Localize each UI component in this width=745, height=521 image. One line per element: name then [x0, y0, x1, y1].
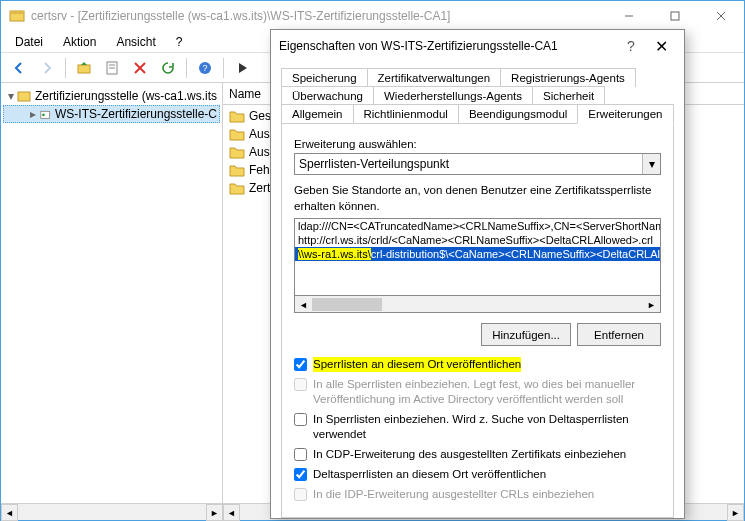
ext-description: Geben Sie Standorte an, von denen Benutz… [294, 183, 661, 214]
checkbox-label: Deltasperrlisten an diesem Ort veröffent… [313, 467, 546, 482]
dialog-close-button[interactable]: ✕ [646, 37, 676, 56]
remove-button[interactable]: Entfernen [577, 323, 661, 346]
maximize-button[interactable] [652, 1, 698, 31]
properties-button[interactable] [100, 56, 124, 80]
tree-child-label: WS-ITS-Zertifizierungsstelle-C [55, 107, 217, 121]
listbox-line[interactable]: ldap:///CN=<CATruncatedName><CRLNameSuff… [295, 219, 660, 233]
folder-icon [229, 181, 245, 195]
tree-pane: ▾ Zertifizierungsstelle (ws-ca1.ws.its ▸… [1, 83, 223, 503]
svg-rect-1 [10, 11, 24, 14]
dialog-title: Eigenschaften von WS-ITS-Zertifizierungs… [279, 39, 616, 53]
checkbox-row-1: In alle Sperrlisten einbeziehen. Legt fe… [294, 377, 661, 407]
tree-expander-icon[interactable]: ▾ [5, 89, 17, 103]
tab-beendigungsmodul[interactable]: Beendigungsmodul [458, 104, 578, 123]
tab-registrierungs-agents[interactable]: Registrierungs-Agents [500, 68, 636, 87]
dialog-help-button[interactable]: ? [616, 38, 646, 54]
svg-rect-14 [18, 92, 30, 101]
refresh-button[interactable] [156, 56, 180, 80]
tree-hscroll[interactable]: ◄ ► [1, 503, 223, 520]
back-button[interactable] [7, 56, 31, 80]
checkbox-label: In alle Sperrlisten einbeziehen. Legt fe… [313, 377, 661, 407]
tree-root[interactable]: ▾ Zertifizierungsstelle (ws-ca1.ws.its [3, 87, 220, 105]
tab-sicherheit[interactable]: Sicherheit [532, 86, 605, 105]
help-button[interactable]: ? [193, 56, 217, 80]
scroll-right-icon[interactable]: ► [727, 504, 744, 521]
crl-locations-listbox[interactable]: ldap:///CN=<CATruncatedName><CRLNameSuff… [294, 218, 661, 296]
checkbox-row-0[interactable]: Sperrlisten an diesem Ort veröffentliche… [294, 357, 661, 372]
chevron-down-icon[interactable]: ▾ [642, 154, 660, 174]
svg-rect-6 [78, 65, 90, 73]
tab-richtlinienmodul[interactable]: Richtlinienmodul [353, 104, 459, 123]
checkbox-input[interactable] [294, 468, 307, 481]
tree-expander-icon[interactable]: ▸ [28, 107, 39, 121]
checkbox-label: Sperrlisten an diesem Ort veröffentliche… [313, 357, 521, 372]
listbox-line[interactable]: http://crl.ws.its/crld/<CaName><CRLNameS… [295, 233, 660, 247]
cert-root-icon [17, 89, 31, 103]
listbox-hscroll[interactable]: ◄ ► [294, 296, 661, 313]
tab--berwachung[interactable]: Überwachung [281, 86, 374, 105]
forward-button[interactable] [35, 56, 59, 80]
tab-zertifikatverwaltungen[interactable]: Zertifikatverwaltungen [367, 68, 502, 87]
ext-select-combo[interactable]: Sperrlisten-Verteilungspunkt ▾ [294, 153, 661, 175]
checkbox-label: In Sperrlisten einbeziehen. Wird z. Such… [313, 412, 661, 442]
scroll-left-icon[interactable]: ◄ [223, 504, 240, 521]
svg-point-16 [42, 114, 45, 117]
checkbox-row-4[interactable]: Deltasperrlisten an diesem Ort veröffent… [294, 467, 661, 482]
play-button[interactable] [230, 56, 254, 80]
scroll-left-icon[interactable]: ◄ [1, 504, 18, 521]
ca-node-icon [39, 107, 51, 121]
scroll-right-icon[interactable]: ► [643, 296, 660, 313]
folder-icon [229, 163, 245, 177]
folder-icon [229, 145, 245, 159]
folder-icon [229, 127, 245, 141]
checkbox-input [294, 378, 307, 391]
tab-erweiterungen[interactable]: Erweiterungen [577, 104, 673, 124]
checkbox-row-3[interactable]: In CDP-Erweiterung des ausgestellten Zer… [294, 447, 661, 462]
scroll-right-icon[interactable]: ► [206, 504, 223, 521]
titlebar: certsrv - [Zertifizierungsstelle (ws-ca1… [1, 1, 744, 31]
delete-button[interactable] [128, 56, 152, 80]
checkbox-row-2[interactable]: In Sperrlisten einbeziehen. Wird z. Such… [294, 412, 661, 442]
scroll-left-icon[interactable]: ◄ [295, 296, 312, 313]
up-button[interactable] [72, 56, 96, 80]
menu-file[interactable]: Datei [7, 33, 51, 51]
menu-view[interactable]: Ansicht [108, 33, 163, 51]
folder-icon [229, 109, 245, 123]
checkbox-input[interactable] [294, 358, 307, 371]
ext-select-label: Erweiterung auswählen: [294, 138, 661, 150]
menu-action[interactable]: Aktion [55, 33, 104, 51]
tab-wiederherstellungs-agents[interactable]: Wiederherstellungs-Agents [373, 86, 533, 105]
checkbox-label: In die IDP-Erweiterung ausgestellter CRL… [313, 487, 594, 502]
svg-text:?: ? [202, 63, 207, 73]
checkbox-input[interactable] [294, 448, 307, 461]
listbox-line[interactable]: \\ws-ra1.ws.its\crl-distribution$\<CaNam… [295, 247, 660, 261]
tabstrip: SpeicherungZertifikatverwaltungenRegistr… [281, 68, 674, 123]
minimize-button[interactable] [606, 1, 652, 31]
close-button[interactable] [698, 1, 744, 31]
checkbox-input[interactable] [294, 413, 307, 426]
tab-allgemein[interactable]: Allgemein [281, 104, 354, 123]
dialog-titlebar: Eigenschaften von WS-ITS-Zertifizierungs… [271, 30, 684, 62]
scroll-thumb[interactable] [312, 298, 382, 311]
tab-panel-erweiterungen: Erweiterung auswählen: Sperrlisten-Verte… [281, 123, 674, 518]
checkbox-row-5: In die IDP-Erweiterung ausgestellter CRL… [294, 487, 661, 502]
menu-help[interactable]: ? [168, 33, 191, 51]
tree-root-label: Zertifizierungsstelle (ws-ca1.ws.its [35, 89, 217, 103]
checkbox-input [294, 488, 307, 501]
checkbox-label: In CDP-Erweiterung des ausgestellten Zer… [313, 447, 626, 462]
app-icon [9, 8, 25, 24]
tab-speicherung[interactable]: Speicherung [281, 68, 368, 87]
ext-select-value: Sperrlisten-Verteilungspunkt [299, 157, 449, 171]
add-button[interactable]: Hinzufügen... [481, 323, 571, 346]
svg-rect-3 [671, 12, 679, 20]
tree-child[interactable]: ▸ WS-ITS-Zertifizierungsstelle-C [3, 105, 220, 123]
properties-dialog: Eigenschaften von WS-ITS-Zertifizierungs… [270, 29, 685, 519]
window-title: certsrv - [Zertifizierungsstelle (ws-ca1… [31, 9, 606, 23]
